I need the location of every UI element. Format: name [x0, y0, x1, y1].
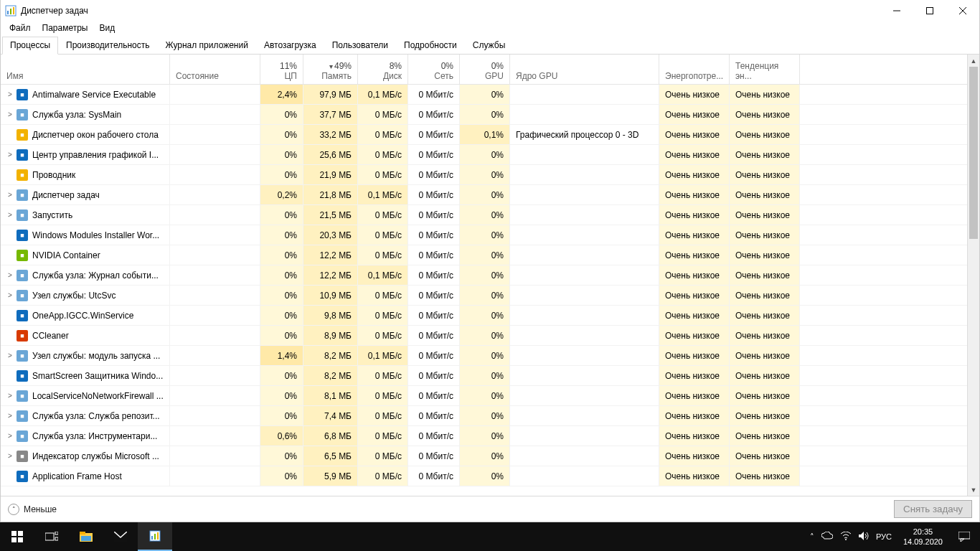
- table-row[interactable]: >■Узел службы: UtcSvc0%10,9 МБ0 МБ/с0 Мб…: [1, 286, 979, 306]
- state-cell: [170, 265, 260, 285]
- svg-rect-5: [927, 8, 933, 14]
- system-tray[interactable]: ˄ РУС: [804, 532, 897, 542]
- process-name-cell: >■Служба узла: Инструментари...: [1, 426, 170, 446]
- cpu-cell: 0,6%: [260, 426, 303, 446]
- col-state[interactable]: Состояние: [170, 55, 260, 84]
- onedrive-icon[interactable]: [821, 532, 833, 542]
- table-row[interactable]: ■Проводник0%21,9 МБ0 МБ/с0 Мбит/с0%Очень…: [1, 165, 979, 185]
- table-row[interactable]: >■Индексатор службы Microsoft ...0%6,5 М…: [1, 446, 979, 466]
- power-trend-cell: Очень низкое: [730, 346, 800, 365]
- expand-icon[interactable]: >: [6, 392, 14, 400]
- table-row[interactable]: ■OneApp.IGCC.WinService0%9,8 МБ0 МБ/с0 М…: [1, 306, 979, 326]
- col-gpu-engine[interactable]: Ядро GPU: [510, 55, 659, 84]
- explorer-taskbar-icon[interactable]: [69, 522, 103, 551]
- svg-rect-8: [11, 531, 17, 536]
- process-name: OneApp.IGCC.WinService: [32, 311, 133, 321]
- table-row[interactable]: >■Узел службы: модуль запуска ...1,4%8,2…: [1, 346, 979, 366]
- titlebar[interactable]: Диспетчер задач: [1, 0, 979, 22]
- table-row[interactable]: >■Диспетчер задач0,2%21,8 МБ0,1 МБ/с0 Мб…: [1, 185, 979, 205]
- tab-details[interactable]: Подробности: [396, 37, 465, 55]
- language-indicator[interactable]: РУС: [876, 532, 892, 541]
- svg-rect-22: [157, 532, 159, 540]
- menu-file[interactable]: Файл: [4, 22, 37, 34]
- tab-startup[interactable]: Автозагрузка: [256, 37, 324, 55]
- col-power[interactable]: Энергопотре...: [659, 55, 730, 84]
- table-row[interactable]: >■LocalServiceNoNetworkFirewall ...0%8,1…: [1, 386, 979, 406]
- table-row[interactable]: ■CCleaner0%8,9 МБ0 МБ/с0 Мбит/с0%Очень н…: [1, 326, 979, 346]
- col-memory[interactable]: 49%Память: [303, 55, 358, 84]
- menu-options[interactable]: Параметры: [37, 22, 94, 34]
- process-name-cell: >■Служба узла: SysMain: [1, 105, 170, 124]
- table-row[interactable]: >■Служба узла: SysMain0%37,7 МБ0 МБ/с0 М…: [1, 105, 979, 125]
- clock-time: 20:35: [903, 527, 943, 537]
- tab-users[interactable]: Пользователи: [324, 37, 396, 55]
- close-button[interactable]: [946, 0, 979, 22]
- table-row[interactable]: >■Запустить0%21,5 МБ0 МБ/с0 Мбит/с0%Очен…: [1, 205, 979, 225]
- col-gpu[interactable]: 0%GPU: [460, 55, 510, 84]
- expand-icon[interactable]: >: [6, 412, 14, 420]
- gpu-engine-cell: [510, 105, 659, 124]
- col-network[interactable]: 0%Сеть: [408, 55, 460, 84]
- gpu-engine-cell: [510, 205, 659, 225]
- table-row[interactable]: >■Служба узла: Служба репозит...0%7,4 МБ…: [1, 406, 979, 426]
- expand-icon[interactable]: >: [6, 352, 14, 359]
- disk-cell: 0 МБ/с: [358, 145, 408, 164]
- clock[interactable]: 20:35 14.09.2020: [897, 527, 948, 547]
- expand-icon[interactable]: >: [6, 110, 14, 118]
- expand-icon[interactable]: >: [6, 90, 14, 98]
- state-cell: [170, 145, 260, 164]
- col-power-trend[interactable]: Тенденция эн...: [730, 55, 800, 84]
- wifi-icon[interactable]: [840, 532, 852, 542]
- scroll-down-icon[interactable]: ▼: [968, 484, 979, 496]
- expand-icon[interactable]: >: [6, 432, 14, 440]
- table-row[interactable]: >■Antimalware Service Executable2,4%97,9…: [1, 85, 979, 105]
- table-row[interactable]: >■Служба узла: Инструментари...0,6%6,8 М…: [1, 426, 979, 446]
- process-name: Служба узла: Служба репозит...: [32, 411, 160, 421]
- scroll-up-icon[interactable]: ▲: [968, 55, 979, 67]
- end-task-button[interactable]: Снять задачу: [894, 500, 972, 518]
- network-cell: 0 Мбит/с: [408, 306, 460, 325]
- maximize-button[interactable]: [913, 0, 946, 22]
- action-center-button[interactable]: [948, 522, 980, 551]
- state-cell: [170, 205, 260, 225]
- task-manager-taskbar-icon[interactable]: [138, 522, 172, 551]
- col-cpu[interactable]: 11%ЦП: [260, 55, 303, 84]
- table-row[interactable]: ■NVIDIA Container0%12,2 МБ0 МБ/с0 Мбит/с…: [1, 245, 979, 265]
- expand-icon[interactable]: >: [6, 151, 14, 159]
- expand-icon[interactable]: >: [6, 191, 14, 199]
- expand-icon[interactable]: >: [6, 211, 14, 219]
- fewer-details-label: Меньше: [24, 504, 57, 514]
- table-row[interactable]: >■Служба узла: Журнал событи...0%12,2 МБ…: [1, 265, 979, 286]
- power-cell: Очень низкое: [659, 466, 730, 486]
- process-name: Windows Modules Installer Wor...: [32, 230, 159, 240]
- window-controls: [880, 0, 979, 22]
- network-cell: 0 Мбит/с: [408, 245, 460, 265]
- expand-icon[interactable]: >: [6, 291, 14, 299]
- col-disk[interactable]: 8%Диск: [358, 55, 408, 84]
- minimize-button[interactable]: [880, 0, 913, 22]
- process-icon: ■: [17, 270, 28, 281]
- vertical-scrollbar[interactable]: ▲ ▼: [967, 55, 979, 496]
- tab-app-history[interactable]: Журнал приложений: [158, 37, 256, 55]
- task-view-button[interactable]: [34, 522, 69, 551]
- table-row[interactable]: ■Windows Modules Installer Wor...0%20,3 …: [1, 225, 979, 245]
- col-name[interactable]: Имя: [1, 55, 170, 84]
- scroll-thumb[interactable]: [969, 67, 978, 239]
- table-row[interactable]: ■SmartScreen Защитника Windo...0%8,2 МБ0…: [1, 366, 979, 386]
- taskbar[interactable]: ˄ РУС 20:35 14.09.2020: [0, 522, 980, 551]
- expand-icon[interactable]: >: [6, 452, 14, 460]
- expand-icon[interactable]: >: [6, 271, 14, 279]
- table-row[interactable]: >■Центр управления графикой I...0%25,6 М…: [1, 145, 979, 165]
- table-row[interactable]: ■Application Frame Host0%5,9 МБ0 МБ/с0 М…: [1, 466, 979, 486]
- table-row[interactable]: ■Диспетчер окон рабочего стола0%33,2 МБ0…: [1, 125, 979, 145]
- fewer-details-button[interactable]: ˄ Меньше: [8, 504, 57, 515]
- volume-icon[interactable]: [859, 532, 869, 542]
- tray-chevron-icon[interactable]: ˄: [810, 532, 814, 542]
- menu-view[interactable]: Вид: [93, 22, 121, 34]
- tab-processes[interactable]: Процессы: [2, 37, 58, 55]
- mail-taskbar-icon[interactable]: [103, 522, 138, 551]
- process-name-cell: ■SmartScreen Защитника Windo...: [1, 366, 170, 385]
- start-button[interactable]: [0, 522, 34, 551]
- tab-performance[interactable]: Производительность: [58, 37, 157, 55]
- tab-services[interactable]: Службы: [465, 37, 513, 55]
